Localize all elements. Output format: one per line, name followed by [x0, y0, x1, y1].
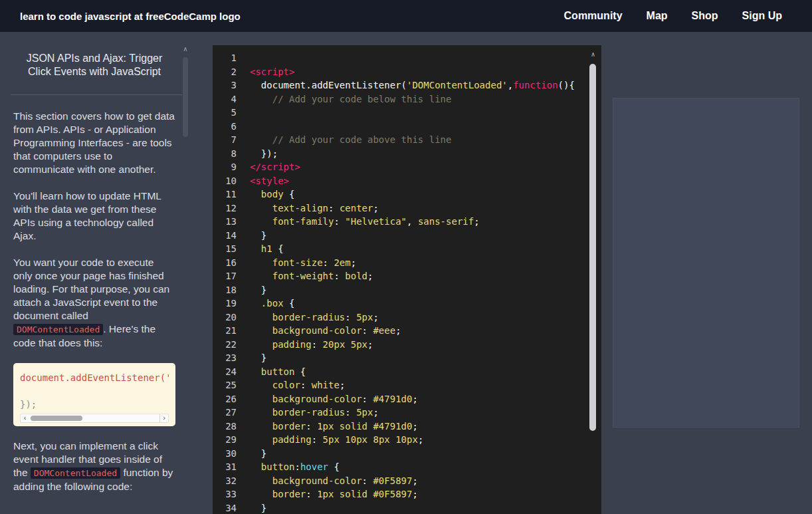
- code-text: }: [242, 447, 266, 461]
- line-number: 24: [213, 365, 242, 379]
- code-line[interactable]: 11 body {: [213, 188, 601, 201]
- scroll-right-icon[interactable]: ›: [159, 414, 168, 422]
- code-line[interactable]: 3 document.addEventListener('DOMContentL…: [213, 78, 601, 92]
- code-line[interactable]: 28 border: 1px solid #4791d0;: [213, 420, 601, 434]
- line-number: 18: [213, 283, 242, 297]
- sidebar-scrollbar[interactable]: ∧: [181, 45, 190, 514]
- line-number: 25: [213, 378, 242, 392]
- nav-link-sign-up[interactable]: Sign Up: [742, 10, 782, 22]
- code-line[interactable]: 4 // Add your code below this line: [213, 92, 601, 106]
- code-line[interactable]: 26 background-color: #4791d0;: [213, 392, 601, 406]
- code-line[interactable]: 21 background-color: #eee;: [213, 324, 601, 338]
- description-text: You'll learn how to update HTML with the…: [13, 190, 161, 241]
- line-number: 8: [213, 147, 242, 161]
- code-line[interactable]: 32 background-color: #0F5897;: [213, 474, 601, 488]
- code-editor[interactable]: 12<script>3 document.addEventListener('D…: [213, 45, 601, 514]
- code-line[interactable]: 27 border-radius: 5px;: [213, 406, 601, 420]
- preview-pane: [613, 98, 799, 428]
- nav-link-community[interactable]: Community: [564, 10, 623, 22]
- code-line[interactable]: 16 font-size: 2em;: [213, 256, 601, 270]
- code-text: font-weight: bold;: [242, 269, 373, 283]
- code-text: body {: [242, 188, 294, 201]
- code-text: button {: [242, 365, 306, 379]
- challenge-description: This section covers how to get data from…: [13, 110, 175, 493]
- description-paragraph: You'll learn how to update HTML with the…: [13, 190, 175, 243]
- code-text: border-radius: 5px;: [242, 311, 379, 324]
- line-number: 5: [213, 106, 242, 120]
- code-text: h1 {: [242, 242, 284, 256]
- code-line[interactable]: 15 h1 {: [213, 242, 601, 256]
- editor-scroll-thumb[interactable]: [589, 64, 596, 431]
- challenge-sidebar: JSON APIs and Ajax: Trigger Click Events…: [0, 32, 199, 514]
- code-line[interactable]: 14 }: [213, 229, 601, 243]
- code-line[interactable]: 23 }: [213, 351, 601, 365]
- code-line[interactable]: 8 });: [213, 147, 601, 161]
- code-line[interactable]: 1: [213, 51, 601, 65]
- scroll-left-icon[interactable]: ‹: [21, 414, 29, 422]
- line-number: 12: [213, 201, 242, 215]
- code-line[interactable]: 12 text-align: center;: [213, 201, 601, 215]
- code-text: <style>: [242, 174, 289, 188]
- code-line[interactable]: 9</script>: [213, 160, 601, 174]
- code-text: </script>: [242, 160, 300, 174]
- line-number: 9: [213, 160, 242, 174]
- code-line[interactable]: 5: [213, 106, 601, 120]
- code-text: font-size: 2em;: [242, 256, 356, 270]
- code-text: // Add your code above this line: [242, 133, 451, 147]
- code-line[interactable]: 25 color: white;: [213, 378, 601, 392]
- code-line[interactable]: 30 }: [213, 447, 601, 461]
- code-line[interactable]: 2<script>: [213, 65, 601, 79]
- line-number: 26: [213, 392, 242, 406]
- line-number: 13: [213, 215, 242, 229]
- line-number: 30: [213, 447, 242, 461]
- code-text: button:hover {: [242, 460, 340, 474]
- line-number: 11: [213, 188, 242, 201]
- code-line[interactable]: 29 padding: 5px 10px 8px 10px;: [213, 433, 601, 447]
- line-number: 10: [213, 174, 242, 188]
- code-line[interactable]: 20 border-radius: 5px;: [213, 311, 601, 324]
- line-number: 32: [213, 474, 242, 488]
- code-line[interactable]: 22 padding: 20px 5px;: [213, 338, 601, 352]
- nav-link-shop[interactable]: Shop: [692, 10, 718, 22]
- line-number: 2: [213, 65, 242, 79]
- code-text: border: 1px solid #4791d0;: [242, 420, 418, 434]
- line-number: 3: [213, 78, 242, 92]
- code-line[interactable]: 7 // Add your code above this line: [213, 133, 601, 147]
- freecodecamp-logo[interactable]: learn to code javascript at freeCodeCamp…: [20, 11, 241, 22]
- line-number: 29: [213, 433, 242, 447]
- code-text: border-radius: 5px;: [242, 406, 379, 420]
- description-paragraph: Next, you can implement a click event ha…: [13, 440, 175, 493]
- nav-links: CommunityMapShopSign Up: [564, 10, 782, 22]
- example-code-line: [20, 384, 169, 398]
- codeblock-hscrollbar[interactable]: ‹›: [20, 414, 169, 423]
- code-line[interactable]: 34 }: [213, 501, 601, 514]
- code-text: [242, 51, 250, 65]
- code-text: [242, 120, 250, 134]
- sidebar-scroll-thumb[interactable]: [183, 57, 188, 137]
- example-code-line: });: [20, 398, 169, 411]
- top-navbar: learn to code javascript at freeCodeCamp…: [0, 0, 812, 32]
- title-divider: [11, 94, 182, 95]
- code-line[interactable]: 31 button:hover {: [213, 460, 601, 474]
- code-text: border: 1px solid #0F5897;: [242, 487, 418, 501]
- nav-link-map[interactable]: Map: [647, 10, 668, 22]
- code-line[interactable]: 24 button {: [213, 365, 601, 379]
- hscroll-thumb[interactable]: [31, 416, 82, 421]
- code-line[interactable]: 18 }: [213, 283, 601, 297]
- code-line[interactable]: 10<style>: [213, 174, 601, 188]
- code-text: });: [242, 147, 278, 161]
- editor-scrollbar[interactable]: ∧: [589, 51, 597, 514]
- code-line[interactable]: 17 font-weight: bold;: [213, 269, 601, 283]
- line-number: 20: [213, 311, 242, 324]
- code-line[interactable]: 33 border: 1px solid #0F5897;: [213, 487, 601, 501]
- code-line[interactable]: 6: [213, 120, 601, 134]
- line-number: 21: [213, 324, 242, 338]
- scroll-up-icon[interactable]: ∧: [589, 51, 597, 60]
- code-line[interactable]: 19 .box {: [213, 297, 601, 311]
- line-number: 1: [213, 51, 242, 65]
- line-number: 22: [213, 338, 242, 352]
- inline-code: DOMContentLoaded: [31, 467, 120, 479]
- code-line[interactable]: 13 font-family: "Helvetica", sans-serif;: [213, 215, 601, 229]
- line-number: 14: [213, 229, 242, 243]
- scroll-up-icon[interactable]: ∧: [181, 45, 190, 55]
